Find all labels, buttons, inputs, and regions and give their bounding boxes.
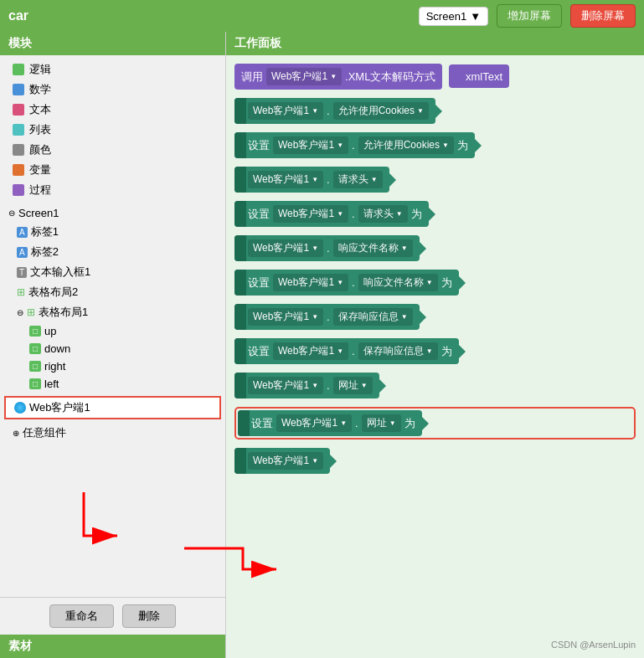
- tablelayout1-icon: ⊞: [27, 306, 35, 318]
- filename-dropdown-2[interactable]: 响应文件名称 ▼: [358, 274, 438, 291]
- block-invoke-xml[interactable]: 调用 Web客户端1 ▼ .XML文本解码方式: [234, 64, 442, 90]
- tree-label1[interactable]: A 标签1: [0, 222, 225, 242]
- procedure-color: [13, 184, 24, 196]
- variable-color: [13, 164, 24, 176]
- block-webclient-standalone[interactable]: Web客户端1 ▼: [234, 448, 330, 474]
- webclient-dropdown-3[interactable]: Web客户端1 ▼: [273, 136, 348, 154]
- tree-left[interactable]: □ left: [0, 375, 225, 393]
- tree-textinput1[interactable]: T 文本输入框1: [0, 262, 225, 282]
- webclient-dropdown-1[interactable]: Web客户端1 ▼: [266, 68, 342, 85]
- screen-name: Screen1: [426, 10, 466, 23]
- module-math-label: 数学: [29, 82, 51, 97]
- filename-dropdown-1[interactable]: 响应文件名称 ▼: [333, 239, 413, 257]
- module-text[interactable]: 文本: [0, 100, 225, 120]
- tree-any-component[interactable]: ⊕ 任意组件: [0, 423, 225, 443]
- webclient-dropdown-2[interactable]: Web客户端1 ▼: [248, 102, 323, 120]
- workspace-panel: 工作面板 调用 Web客户端1 ▼ .XML文本解码方式 xmlText Web…: [226, 32, 644, 658]
- webclient1-label: Web客户端1: [29, 400, 90, 415]
- modules-header: 模块: [0, 32, 225, 55]
- right-icon: □: [29, 361, 41, 372]
- url-dropdown-1[interactable]: 网址 ▼: [333, 377, 373, 394]
- block-notch-right-2: [475, 139, 482, 152]
- block-row-4: Web客户端1 ▼ . 请求头 ▼: [234, 167, 636, 193]
- module-math[interactable]: 数学: [0, 80, 225, 100]
- module-logic[interactable]: 逻辑: [0, 59, 225, 80]
- tablelayout2-icon: ⊞: [17, 286, 25, 298]
- header-dropdown-1[interactable]: 请求头 ▼: [333, 171, 383, 188]
- webclient-dropdown-11[interactable]: Web客户端1 ▼: [276, 414, 352, 432]
- webclient-dropdown-5[interactable]: Web客户端1 ▼: [273, 205, 348, 223]
- label2-text: 标签2: [31, 244, 59, 260]
- cookies-dropdown-2[interactable]: 允许使用Cookies ▼: [358, 136, 454, 154]
- block-set-cookies[interactable]: 设置 Web客户端1 ▼ . 允许使用Cookies ▼ 为: [234, 132, 475, 158]
- url-dropdown-2[interactable]: 网址 ▼: [362, 414, 401, 432]
- screen1-collapse-icon: ⊖: [8, 208, 15, 218]
- webclient-dropdown-6[interactable]: Web客户端1 ▼: [248, 239, 323, 257]
- block-url-get[interactable]: Web客户端1 ▼ . 网址 ▼: [234, 373, 379, 398]
- label1-text: 标签1: [31, 224, 59, 239]
- block-row-10: Web客户端1 ▼ . 网址 ▼: [234, 373, 636, 398]
- rename-button[interactable]: 重命名: [49, 604, 114, 628]
- webclient-dropdown-4[interactable]: Web客户端1 ▼: [248, 171, 323, 188]
- any-component-label: 任意组件: [23, 425, 66, 440]
- delete-button[interactable]: 删除: [122, 604, 176, 628]
- tree-tablelayout1[interactable]: ⊖ ⊞ 表格布局1: [0, 302, 225, 322]
- label2-icon: A: [17, 247, 28, 258]
- block-set-filename[interactable]: 设置 Web客户端1 ▼ . 响应文件名称 ▼ 为: [234, 270, 459, 296]
- remove-screen-button[interactable]: 删除屏幕: [570, 4, 636, 28]
- tree-right[interactable]: □ right: [0, 357, 225, 375]
- block-row-2: Web客户端1 ▼ . 允许使用Cookies ▼: [234, 98, 636, 124]
- block-set-saveresponse[interactable]: 设置 Web客户端1 ▼ . 保存响应信息 ▼ 为: [234, 338, 459, 364]
- block-request-header-get[interactable]: Web客户端1 ▼ . 请求头 ▼: [234, 167, 389, 193]
- math-color: [13, 84, 24, 95]
- block-row-12: Web客户端1 ▼: [234, 448, 636, 474]
- block-notch-right-5: [420, 242, 426, 255]
- screen1-label: Screen1: [18, 207, 59, 219]
- block-row-8: Web客户端1 ▼ . 保存响应信息 ▼: [234, 304, 636, 330]
- tree-label2[interactable]: A 标签2: [0, 242, 225, 262]
- webclient-dropdown-7[interactable]: Web客户端1 ▼: [273, 274, 348, 291]
- textinput-text: 文本输入框1: [30, 265, 90, 280]
- module-color[interactable]: 颜色: [0, 140, 225, 160]
- block-save-response-get[interactable]: Web客户端1 ▼ . 保存响应信息 ▼: [234, 304, 420, 330]
- webclient-dropdown-8[interactable]: Web客户端1 ▼: [248, 308, 323, 326]
- header-dropdown-2[interactable]: 请求头 ▼: [358, 205, 408, 223]
- left-text: left: [44, 378, 59, 390]
- saveresponse-dropdown-2[interactable]: 保存响应信息 ▼: [358, 342, 438, 360]
- label1-icon: A: [17, 227, 28, 238]
- block-set-header[interactable]: 设置 Web客户端1 ▼ . 请求头 ▼ 为: [234, 201, 429, 227]
- block-webclient-cookies-get[interactable]: Web客户端1 ▼ . 允许使用Cookies ▼: [234, 98, 435, 124]
- tree-screen1[interactable]: ⊖ Screen1: [0, 204, 225, 222]
- module-variable[interactable]: 变量: [0, 160, 225, 180]
- tree-tablelayout2[interactable]: ⊞ 表格布局2: [0, 282, 225, 302]
- workspace-header: 工作面板: [226, 32, 644, 55]
- block-set-url[interactable]: 设置 Web客户端1 ▼ . 网址 ▼ 为: [238, 410, 422, 436]
- webclient-dropdown-10[interactable]: Web客户端1 ▼: [248, 377, 323, 394]
- block-row-6: Web客户端1 ▼ . 响应文件名称 ▼: [234, 235, 636, 261]
- block-response-filename-get[interactable]: Web客户端1 ▼ . 响应文件名称 ▼: [234, 235, 420, 261]
- block-notch-right-9: [379, 379, 386, 393]
- module-procedure[interactable]: 过程: [0, 180, 225, 200]
- saveresponse-dropdown-1[interactable]: 保存响应信息 ▼: [333, 308, 413, 326]
- cookies-dropdown-1[interactable]: 允许使用Cookies ▼: [333, 102, 429, 120]
- up-text: up: [44, 325, 56, 337]
- down-icon: □: [29, 343, 41, 354]
- module-list[interactable]: 列表: [0, 120, 225, 140]
- logic-color: [13, 64, 24, 75]
- webclient-dropdown-9[interactable]: Web客户端1 ▼: [273, 342, 348, 360]
- app-title: car: [8, 8, 28, 23]
- webclient-dropdown-12[interactable]: Web客户端1 ▼: [248, 452, 323, 470]
- module-variable-label: 变量: [29, 162, 51, 177]
- tree-webclient1[interactable]: Web客户端1 →: [4, 396, 221, 419]
- block-notch-right-10: [422, 417, 429, 430]
- screen-dropdown-arrow: ▼: [470, 10, 481, 23]
- screen-selector[interactable]: Screen1 ▼: [419, 7, 488, 26]
- block-xmltext[interactable]: xmlText: [449, 64, 509, 88]
- tree-up[interactable]: □ up: [0, 322, 225, 340]
- block-row-9: 设置 Web客户端1 ▼ . 保存响应信息 ▼ 为: [234, 338, 636, 364]
- left-icon: □: [29, 378, 41, 389]
- tree-down[interactable]: □ down: [0, 340, 225, 357]
- add-screen-button[interactable]: 增加屏幕: [497, 4, 562, 28]
- block-row-11-highlighted: 设置 Web客户端1 ▼ . 网址 ▼ 为: [234, 407, 636, 440]
- block-row-7: 设置 Web客户端1 ▼ . 响应文件名称 ▼ 为: [234, 270, 636, 296]
